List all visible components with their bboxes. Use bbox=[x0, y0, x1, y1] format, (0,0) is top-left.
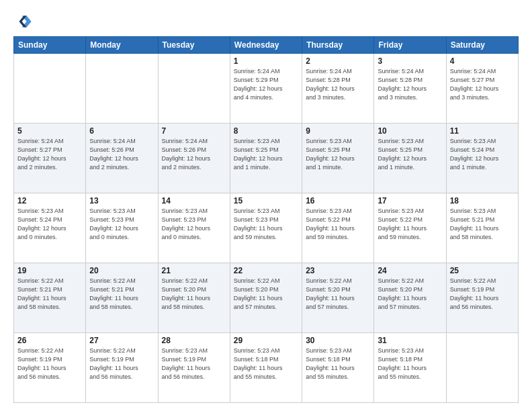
day-info: Sunrise: 5:23 AM Sunset: 5:21 PM Dayligh… bbox=[450, 207, 515, 242]
day-number: 31 bbox=[378, 336, 442, 345]
calendar-cell: 27Sunrise: 5:22 AM Sunset: 5:19 PM Dayli… bbox=[86, 333, 158, 403]
day-info: Sunrise: 5:24 AM Sunset: 5:28 PM Dayligh… bbox=[378, 67, 442, 102]
day-header-monday: Monday bbox=[86, 37, 158, 54]
calendar-cell: 4Sunrise: 5:24 AM Sunset: 5:27 PM Daylig… bbox=[446, 54, 518, 124]
day-header-sunday: Sunday bbox=[14, 37, 86, 54]
day-number: 1 bbox=[234, 56, 298, 66]
day-number: 19 bbox=[17, 266, 82, 275]
day-info: Sunrise: 5:23 AM Sunset: 5:18 PM Dayligh… bbox=[306, 347, 370, 381]
day-info: Sunrise: 5:24 AM Sunset: 5:26 PM Dayligh… bbox=[89, 137, 154, 172]
day-number: 21 bbox=[162, 266, 226, 275]
day-info: Sunrise: 5:23 AM Sunset: 5:24 PM Dayligh… bbox=[450, 137, 515, 172]
day-number: 6 bbox=[89, 126, 154, 136]
day-number: 9 bbox=[306, 126, 370, 136]
page: SundayMondayTuesdayWednesdayThursdayFrid… bbox=[0, 0, 532, 411]
calendar-cell: 10Sunrise: 5:23 AM Sunset: 5:25 PM Dayli… bbox=[374, 124, 446, 193]
day-number: 7 bbox=[162, 126, 226, 136]
calendar-week-row: 19Sunrise: 5:22 AM Sunset: 5:21 PM Dayli… bbox=[14, 263, 519, 333]
calendar-cell: 13Sunrise: 5:23 AM Sunset: 5:23 PM Dayli… bbox=[86, 193, 158, 263]
calendar-cell: 28Sunrise: 5:23 AM Sunset: 5:19 PM Dayli… bbox=[158, 333, 230, 403]
day-number: 3 bbox=[378, 56, 442, 66]
day-info: Sunrise: 5:23 AM Sunset: 5:25 PM Dayligh… bbox=[378, 137, 442, 172]
calendar-cell: 17Sunrise: 5:23 AM Sunset: 5:22 PM Dayli… bbox=[374, 193, 446, 263]
calendar-cell: 3Sunrise: 5:24 AM Sunset: 5:28 PM Daylig… bbox=[374, 54, 446, 124]
day-info: Sunrise: 5:23 AM Sunset: 5:19 PM Dayligh… bbox=[162, 347, 226, 381]
logo-icon bbox=[13, 12, 32, 31]
calendar-cell: 19Sunrise: 5:22 AM Sunset: 5:21 PM Dayli… bbox=[14, 263, 86, 333]
calendar-cell bbox=[446, 333, 518, 403]
day-info: Sunrise: 5:22 AM Sunset: 5:20 PM Dayligh… bbox=[306, 277, 370, 312]
calendar-cell: 12Sunrise: 5:23 AM Sunset: 5:24 PM Dayli… bbox=[14, 193, 86, 263]
calendar-cell: 8Sunrise: 5:23 AM Sunset: 5:25 PM Daylig… bbox=[230, 124, 302, 193]
day-number: 25 bbox=[450, 266, 515, 275]
day-info: Sunrise: 5:23 AM Sunset: 5:24 PM Dayligh… bbox=[17, 207, 82, 242]
calendar-cell: 22Sunrise: 5:22 AM Sunset: 5:20 PM Dayli… bbox=[230, 263, 302, 333]
day-number: 14 bbox=[162, 196, 226, 205]
calendar-cell: 30Sunrise: 5:23 AM Sunset: 5:18 PM Dayli… bbox=[302, 333, 374, 403]
day-info: Sunrise: 5:22 AM Sunset: 5:20 PM Dayligh… bbox=[378, 277, 442, 312]
day-header-tuesday: Tuesday bbox=[158, 37, 230, 54]
day-info: Sunrise: 5:24 AM Sunset: 5:27 PM Dayligh… bbox=[17, 137, 82, 172]
day-info: Sunrise: 5:22 AM Sunset: 5:21 PM Dayligh… bbox=[17, 277, 82, 312]
calendar-cell: 11Sunrise: 5:23 AM Sunset: 5:24 PM Dayli… bbox=[446, 124, 518, 193]
day-info: Sunrise: 5:23 AM Sunset: 5:22 PM Dayligh… bbox=[378, 207, 442, 242]
calendar-week-row: 12Sunrise: 5:23 AM Sunset: 5:24 PM Dayli… bbox=[14, 193, 519, 263]
day-info: Sunrise: 5:22 AM Sunset: 5:19 PM Dayligh… bbox=[89, 347, 154, 381]
day-header-thursday: Thursday bbox=[302, 37, 374, 54]
day-info: Sunrise: 5:24 AM Sunset: 5:29 PM Dayligh… bbox=[234, 67, 298, 102]
calendar-cell: 9Sunrise: 5:23 AM Sunset: 5:25 PM Daylig… bbox=[302, 124, 374, 193]
day-number: 28 bbox=[162, 336, 226, 345]
calendar-cell: 2Sunrise: 5:24 AM Sunset: 5:28 PM Daylig… bbox=[302, 54, 374, 124]
day-number: 24 bbox=[378, 266, 442, 275]
day-number: 16 bbox=[306, 196, 370, 205]
day-number: 26 bbox=[17, 336, 82, 345]
calendar-table: SundayMondayTuesdayWednesdayThursdayFrid… bbox=[13, 36, 519, 403]
day-header-wednesday: Wednesday bbox=[230, 37, 302, 54]
day-info: Sunrise: 5:23 AM Sunset: 5:23 PM Dayligh… bbox=[234, 207, 298, 242]
day-info: Sunrise: 5:23 AM Sunset: 5:25 PM Dayligh… bbox=[234, 137, 298, 172]
day-number: 15 bbox=[234, 196, 298, 205]
day-info: Sunrise: 5:22 AM Sunset: 5:19 PM Dayligh… bbox=[450, 277, 515, 312]
day-header-friday: Friday bbox=[374, 37, 446, 54]
day-info: Sunrise: 5:22 AM Sunset: 5:20 PM Dayligh… bbox=[162, 277, 226, 312]
day-number: 8 bbox=[234, 126, 298, 136]
day-number: 4 bbox=[450, 56, 515, 66]
calendar-cell: 25Sunrise: 5:22 AM Sunset: 5:19 PM Dayli… bbox=[446, 263, 518, 333]
calendar-cell: 24Sunrise: 5:22 AM Sunset: 5:20 PM Dayli… bbox=[374, 263, 446, 333]
day-info: Sunrise: 5:23 AM Sunset: 5:22 PM Dayligh… bbox=[306, 207, 370, 242]
calendar-cell: 1Sunrise: 5:24 AM Sunset: 5:29 PM Daylig… bbox=[230, 54, 302, 124]
day-number: 20 bbox=[89, 266, 154, 275]
day-info: Sunrise: 5:23 AM Sunset: 5:23 PM Dayligh… bbox=[162, 207, 226, 242]
calendar-cell bbox=[14, 54, 86, 124]
day-number: 27 bbox=[89, 336, 154, 345]
day-number: 29 bbox=[234, 336, 298, 345]
logo bbox=[13, 12, 35, 31]
day-number: 13 bbox=[89, 196, 154, 205]
day-number: 5 bbox=[17, 126, 82, 136]
day-info: Sunrise: 5:24 AM Sunset: 5:28 PM Dayligh… bbox=[306, 67, 370, 102]
calendar-week-row: 26Sunrise: 5:22 AM Sunset: 5:19 PM Dayli… bbox=[14, 333, 519, 403]
day-number: 10 bbox=[378, 126, 442, 136]
day-number: 12 bbox=[17, 196, 82, 205]
calendar-week-row: 1Sunrise: 5:24 AM Sunset: 5:29 PM Daylig… bbox=[14, 54, 519, 124]
day-header-row: SundayMondayTuesdayWednesdayThursdayFrid… bbox=[14, 37, 519, 54]
calendar-cell: 14Sunrise: 5:23 AM Sunset: 5:23 PM Dayli… bbox=[158, 193, 230, 263]
header bbox=[13, 12, 519, 31]
calendar-week-row: 5Sunrise: 5:24 AM Sunset: 5:27 PM Daylig… bbox=[14, 124, 519, 193]
calendar-cell: 29Sunrise: 5:23 AM Sunset: 5:18 PM Dayli… bbox=[230, 333, 302, 403]
day-info: Sunrise: 5:24 AM Sunset: 5:27 PM Dayligh… bbox=[450, 67, 515, 102]
day-number: 17 bbox=[378, 196, 442, 205]
calendar-cell: 31Sunrise: 5:23 AM Sunset: 5:18 PM Dayli… bbox=[374, 333, 446, 403]
day-info: Sunrise: 5:22 AM Sunset: 5:21 PM Dayligh… bbox=[89, 277, 154, 312]
calendar-cell: 16Sunrise: 5:23 AM Sunset: 5:22 PM Dayli… bbox=[302, 193, 374, 263]
day-info: Sunrise: 5:23 AM Sunset: 5:18 PM Dayligh… bbox=[234, 347, 298, 381]
day-number: 11 bbox=[450, 126, 515, 136]
day-number: 30 bbox=[306, 336, 370, 345]
day-number: 22 bbox=[234, 266, 298, 275]
calendar-cell: 23Sunrise: 5:22 AM Sunset: 5:20 PM Dayli… bbox=[302, 263, 374, 333]
day-info: Sunrise: 5:22 AM Sunset: 5:19 PM Dayligh… bbox=[17, 347, 82, 381]
calendar-cell: 26Sunrise: 5:22 AM Sunset: 5:19 PM Dayli… bbox=[14, 333, 86, 403]
calendar-cell: 5Sunrise: 5:24 AM Sunset: 5:27 PM Daylig… bbox=[14, 124, 86, 193]
calendar-cell bbox=[86, 54, 158, 124]
calendar-cell: 18Sunrise: 5:23 AM Sunset: 5:21 PM Dayli… bbox=[446, 193, 518, 263]
